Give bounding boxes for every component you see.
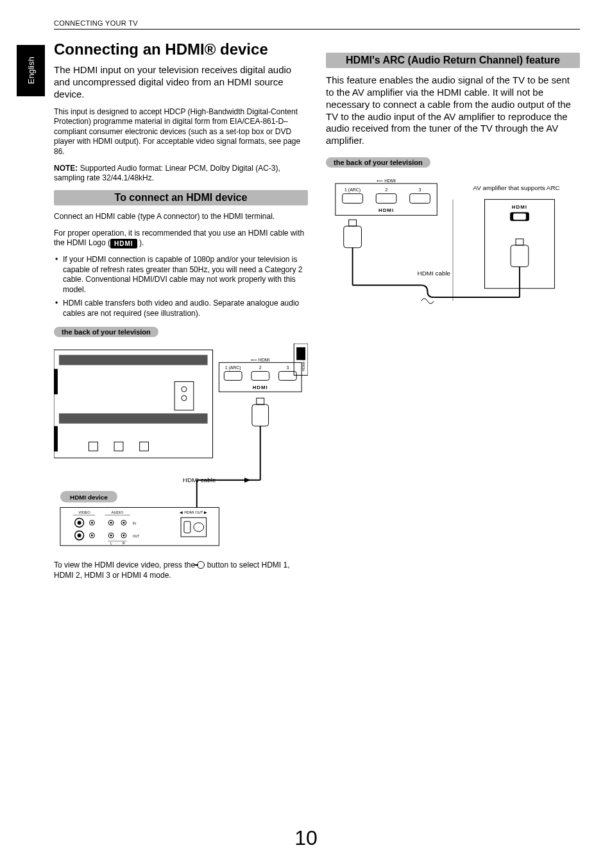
svg-text:HDMI: HDMI <box>378 207 394 213</box>
svg-rect-81 <box>516 239 523 245</box>
svg-text:HDMI: HDMI <box>512 204 527 210</box>
svg-text:3: 3 <box>286 365 289 369</box>
subsection-bar: HDMI's ARC (Audio Return Channel) featur… <box>326 53 580 68</box>
svg-text:2: 2 <box>385 187 387 192</box>
svg-text:3: 3 <box>419 187 421 192</box>
svg-rect-68 <box>343 194 363 204</box>
svg-rect-23 <box>252 404 269 426</box>
running-header: CONNECTING YOUR TV <box>54 19 580 30</box>
body-paragraph: This input is designed to accept HDCP (H… <box>54 107 308 157</box>
svg-rect-24 <box>257 398 264 404</box>
note-paragraph: NOTE: Supported Audio format: Linear PCM… <box>54 164 308 184</box>
svg-rect-1 <box>59 354 208 365</box>
text-span: To view the HDMI device video, press the <box>54 560 197 569</box>
svg-text:AV amplifier that supports ARC: AV amplifier that supports ARC <box>473 184 559 191</box>
svg-rect-4 <box>114 442 123 451</box>
svg-rect-3 <box>89 442 98 451</box>
svg-rect-59 <box>184 521 191 533</box>
svg-text:⟸ HDMI: ⟸ HDMI <box>251 357 270 361</box>
svg-point-37 <box>78 521 81 525</box>
svg-rect-0 <box>54 349 212 457</box>
hdmi-logo-icon: HDMI <box>110 239 137 248</box>
svg-point-60 <box>194 523 204 532</box>
svg-text:1 (ARC): 1 (ARC) <box>344 187 361 193</box>
svg-text:L: L <box>110 541 112 544</box>
list-item: If your HDMI connection is capable of 10… <box>54 255 308 295</box>
diagram-pill-back: the back of your television <box>54 327 158 337</box>
svg-rect-20 <box>251 371 269 380</box>
svg-rect-77 <box>344 226 362 248</box>
hdmi-connection-diagram: HDMI 4 ⟸ HDMI 1 (ARC) 2 3 HDMI HDMI cabl… <box>54 343 308 553</box>
language-side-tab: English <box>17 45 45 96</box>
svg-point-50 <box>110 534 112 536</box>
svg-text:◀ HDMI OUT ▶: ◀ HDMI OUT ▶ <box>180 510 208 514</box>
svg-text:OUT: OUT <box>133 534 139 537</box>
svg-text:HDMI device: HDMI device <box>70 493 108 500</box>
svg-point-46 <box>78 534 81 537</box>
list-item: HDMI cable transfers both video and audi… <box>54 299 308 318</box>
svg-text:2: 2 <box>259 365 262 369</box>
svg-text:HDMI cable: HDMI cable <box>418 270 451 277</box>
svg-rect-6 <box>54 369 58 394</box>
svg-point-39 <box>91 521 93 523</box>
body-paragraph: Connect an HDMI cable (type A connector)… <box>54 212 308 222</box>
svg-text:1 (ARC): 1 (ARC) <box>225 365 241 370</box>
svg-text:HDMI: HDMI <box>253 385 268 390</box>
text-span: For proper operation, it is recommended … <box>54 229 304 248</box>
svg-point-10 <box>182 395 187 401</box>
svg-point-9 <box>182 386 187 392</box>
svg-rect-19 <box>224 371 242 380</box>
svg-point-52 <box>123 534 124 536</box>
svg-rect-78 <box>349 220 357 226</box>
footer-instruction: To view the HDMI device video, press the… <box>54 560 308 580</box>
svg-rect-12 <box>296 347 305 360</box>
svg-rect-2 <box>59 413 208 423</box>
right-column: HDMI's ARC (Audio Return Channel) featur… <box>326 41 580 587</box>
body-paragraph: For proper operation, it is recommended … <box>54 229 308 248</box>
section-title: Connecting an HDMI® device <box>54 41 308 58</box>
input-select-icon <box>197 561 205 569</box>
svg-text:HDMI 4: HDMI 4 <box>302 358 305 371</box>
svg-rect-5 <box>140 442 149 451</box>
note-text: Supported Audio format: Linear PCM, Dolb… <box>54 164 280 183</box>
svg-rect-80 <box>511 245 529 267</box>
body-paragraph: This feature enables the audio signal of… <box>326 74 580 147</box>
svg-rect-69 <box>376 194 396 204</box>
intro-paragraph: The HDMI input on your television receiv… <box>54 64 308 100</box>
svg-text:R: R <box>123 541 125 544</box>
left-column: Connecting an HDMI® device The HDMI inpu… <box>54 41 308 587</box>
svg-rect-76 <box>513 213 526 220</box>
svg-text:⟸ HDMI: ⟸ HDMI <box>377 178 396 183</box>
svg-point-48 <box>91 534 93 536</box>
page-number: 10 <box>0 826 612 850</box>
svg-rect-70 <box>410 194 430 204</box>
svg-text:VIDEO: VIDEO <box>78 510 90 514</box>
svg-text:IN: IN <box>133 522 136 525</box>
svg-point-43 <box>123 521 124 523</box>
svg-point-41 <box>110 521 112 523</box>
bullet-list: If your HDMI connection is capable of 10… <box>54 255 308 319</box>
arc-connection-diagram: ⟸ HDMI 1 (ARC) 2 3 HDMI AV amplifier tha… <box>326 174 580 314</box>
svg-rect-7 <box>54 426 58 451</box>
note-label: NOTE: <box>54 164 78 173</box>
svg-text:AUDIO: AUDIO <box>112 510 124 514</box>
subsection-bar: To connect an HDMI device <box>54 190 308 205</box>
diagram-pill-back: the back of your television <box>326 157 430 168</box>
text-span: ). <box>137 238 144 247</box>
